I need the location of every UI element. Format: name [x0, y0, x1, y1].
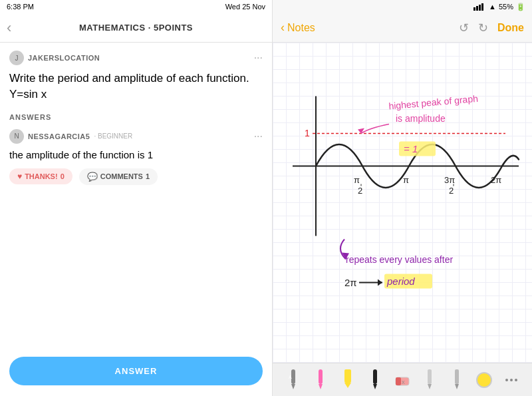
selected-color-circle: [476, 372, 492, 388]
black-pen-tool[interactable]: [363, 368, 387, 392]
svg-point-40: [505, 379, 508, 381]
status-bar: 6:38 PM Wed 25 Nov: [0, 0, 272, 13]
svg-rect-31: [373, 369, 377, 384]
pencil-a-tool[interactable]: A: [281, 368, 305, 392]
answer-badge: · BEGINNER: [94, 132, 132, 140]
svg-rect-38: [455, 369, 459, 384]
comments-button[interactable]: 💬 COMMENTS 1: [79, 168, 158, 185]
eraser-tool[interactable]: X: [390, 368, 414, 392]
content-area: J JAKERSLOCATION ··· Write the period an…: [0, 43, 272, 350]
svg-text:= 1: = 1: [404, 143, 418, 154]
notes-status-bar: ▲ 55% 🔋: [273, 0, 532, 13]
answer-meta: N NESSAGARCIA5 · BEGINNER ···: [9, 129, 263, 144]
answer-btn-container: ANSWER: [0, 350, 272, 396]
heart-icon: ♥: [17, 172, 22, 181]
svg-text:period: period: [386, 276, 415, 287]
nav-bar: ‹ MATHEMATICS · 5POINTS: [0, 13, 272, 43]
svg-text:π: π: [403, 175, 409, 185]
question-more-button[interactable]: ···: [254, 52, 263, 64]
question-meta: J JAKERSLOCATION ···: [9, 51, 263, 65]
svg-text:2π: 2π: [344, 277, 357, 288]
thanks-count: 0: [61, 172, 65, 180]
svg-text:is amplitude: is amplitude: [396, 113, 446, 124]
bar3: [479, 5, 481, 11]
svg-marker-28: [319, 384, 323, 389]
question-username: JAKERSLOCATION: [28, 54, 100, 62]
thanks-button[interactable]: ♥ THANKS! 0: [9, 168, 72, 184]
status-date: Wed 25 Nov: [225, 3, 265, 11]
svg-text:X: X: [402, 380, 405, 385]
color-selector[interactable]: [472, 368, 496, 392]
svg-text:2: 2: [449, 186, 454, 196]
svg-marker-25: [291, 384, 295, 389]
svg-text:A: A: [289, 375, 292, 379]
notes-back-button[interactable]: ‹ Notes: [281, 21, 315, 35]
battery-icon: 🔋: [516, 3, 525, 11]
svg-rect-36: [428, 369, 432, 384]
yellow-pen-tool[interactable]: [336, 368, 360, 392]
bar2: [476, 6, 478, 11]
svg-rect-29: [344, 369, 351, 383]
undo-icon[interactable]: ↺: [459, 21, 469, 35]
answer-username: NESSAGARCIA5: [28, 132, 90, 140]
answer-text: the amplitude of the function is 1: [9, 148, 263, 162]
svg-marker-30: [344, 383, 351, 388]
comments-label: COMMENTS: [100, 172, 143, 180]
battery-status: 55%: [499, 3, 513, 11]
answer-block: N NESSAGARCIA5 · BEGINNER ··· the amplit…: [9, 129, 263, 185]
light-pencil-tool[interactable]: [418, 368, 442, 392]
pink-pen-tool[interactable]: [309, 368, 332, 392]
answer-button[interactable]: ANSWER: [9, 357, 263, 385]
svg-marker-37: [428, 384, 432, 389]
signal-bars: [473, 3, 483, 11]
svg-rect-24: [291, 369, 295, 384]
notes-nav-bar: ‹ Notes ↺ ↻ Done: [273, 13, 532, 43]
thanks-label: THANKS!: [25, 172, 58, 180]
light-pencil2-tool[interactable]: [445, 368, 469, 392]
back-button[interactable]: ‹: [7, 19, 11, 37]
svg-text:π: π: [354, 175, 360, 185]
done-button[interactable]: Done: [497, 22, 524, 34]
comment-icon: 💬: [87, 172, 98, 182]
svg-rect-34: [396, 377, 401, 385]
notes-toolbar: A X: [273, 363, 532, 396]
left-panel: 6:38 PM Wed 25 Nov ‹ MATHEMATICS · 5POIN…: [0, 0, 273, 396]
svg-text:highest peak of graph: highest peak of graph: [388, 93, 479, 112]
svg-text:3π: 3π: [444, 175, 455, 185]
question-avatar: J: [9, 51, 24, 65]
more-tools-button[interactable]: [499, 368, 523, 392]
answer-more-button[interactable]: ···: [254, 130, 263, 142]
notes-canvas[interactable]: 1 π 2 π 3π 2 2π highest peak of graph is…: [273, 43, 532, 363]
question-user-row: J JAKERSLOCATION: [9, 51, 100, 65]
right-panel: ▲ 55% 🔋 ‹ Notes ↺ ↻ Done 1: [273, 0, 532, 396]
canvas-drawing: 1 π 2 π 3π 2 2π highest peak of graph is…: [273, 43, 532, 363]
svg-marker-21: [378, 280, 382, 286]
reaction-row: ♥ THANKS! 0 💬 COMMENTS 1: [9, 168, 263, 185]
bar1: [473, 7, 475, 11]
svg-text:2π: 2π: [491, 175, 501, 185]
answer-user-row: N NESSAGARCIA5 · BEGINNER: [9, 129, 132, 144]
svg-marker-32: [373, 384, 377, 389]
question-formula: Y=sin x: [9, 88, 47, 100]
svg-point-41: [510, 379, 513, 381]
question-text: Write the period and amplitude of each f…: [9, 71, 263, 102]
wifi-icon: ▲: [489, 3, 496, 11]
redo-icon[interactable]: ↻: [478, 21, 488, 35]
svg-marker-14: [358, 128, 364, 134]
svg-text:2: 2: [358, 186, 362, 196]
answers-label: ANSWERS: [9, 113, 263, 121]
svg-text:1: 1: [305, 128, 310, 138]
svg-point-42: [515, 379, 517, 381]
answer-avatar: N: [9, 129, 24, 144]
nav-title: MATHEMATICS · 5POINTS: [79, 23, 193, 33]
comments-count: 1: [146, 172, 150, 180]
back-chevron-icon: ‹: [281, 21, 285, 35]
notes-actions: ↺ ↻ Done: [459, 21, 524, 35]
svg-rect-27: [319, 369, 323, 384]
status-time: 6:38 PM: [7, 3, 34, 11]
notes-back-label: Notes: [287, 22, 315, 34]
svg-marker-39: [455, 384, 459, 389]
svg-text:repeats every values after: repeats every values after: [346, 254, 453, 265]
bar4: [481, 3, 483, 11]
